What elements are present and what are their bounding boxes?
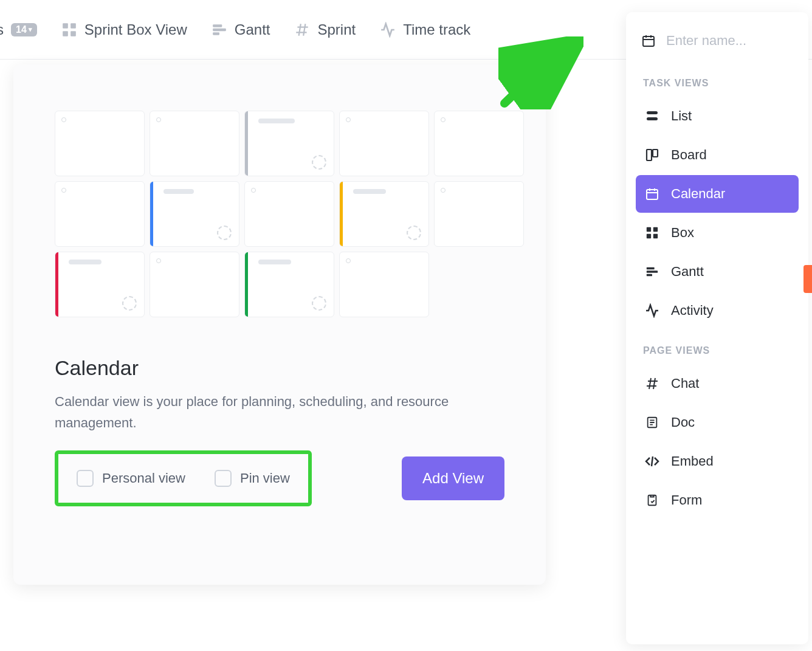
view-label: Box: [671, 225, 694, 241]
svg-rect-18: [647, 270, 658, 273]
modal-title: Calendar: [55, 356, 504, 380]
preview-cell: [339, 181, 429, 247]
activity-icon: [380, 22, 396, 38]
preview-cell: [434, 111, 524, 176]
hash-icon: [644, 376, 660, 391]
tab-cutoff[interactable]: s 14: [0, 21, 37, 38]
tab-time-tracking[interactable]: Time track: [380, 21, 470, 38]
svg-rect-17: [647, 267, 655, 270]
calendar-icon: [644, 186, 660, 202]
svg-rect-8: [647, 111, 658, 114]
calendar-preview-grid: [55, 111, 504, 317]
add-view-modal: Calendar Calendar view is your place for…: [13, 64, 546, 585]
view-option-doc[interactable]: Doc: [636, 404, 799, 441]
view-label: Embed: [671, 453, 714, 469]
preview-cell: [244, 181, 334, 247]
checkbox-icon[interactable]: [77, 470, 94, 487]
svg-rect-7: [643, 36, 654, 46]
doc-icon: [644, 415, 660, 430]
view-label: Activity: [671, 303, 714, 319]
page-views-label: PAGE VIEWS: [636, 331, 799, 363]
gantt-icon: [644, 264, 660, 280]
modal-footer: Personal view Pin view Add View: [55, 450, 504, 506]
modal-description: Calendar view is your place for planning…: [55, 391, 468, 433]
add-view-button[interactable]: Add View: [402, 456, 504, 500]
tab-sprint-box-view[interactable]: Sprint Box View: [61, 21, 187, 38]
board-icon: [644, 147, 660, 163]
tab-label: Sprint Box View: [84, 21, 187, 38]
view-name-row: [636, 29, 799, 63]
tab-cutoff-label: s: [0, 21, 4, 38]
form-icon: [644, 492, 660, 508]
svg-rect-5: [213, 28, 226, 30]
preview-cell: [55, 111, 145, 176]
tab-gantt[interactable]: Gantt: [212, 21, 270, 38]
orange-edge-sliver: [803, 265, 812, 293]
svg-rect-6: [213, 32, 219, 35]
svg-rect-16: [653, 234, 658, 238]
svg-rect-1: [71, 23, 76, 29]
tab-sprint[interactable]: Sprint: [294, 21, 356, 38]
box-grid-icon: [61, 22, 77, 38]
svg-rect-12: [647, 190, 658, 199]
personal-view-label: Personal view: [102, 470, 185, 486]
view-label: Board: [671, 147, 707, 163]
tab-label: Gantt: [235, 21, 270, 38]
preview-cell: [55, 181, 145, 247]
svg-rect-3: [71, 31, 76, 36]
activity-icon: [644, 303, 660, 319]
view-label: Calendar: [671, 186, 725, 202]
list-icon: [644, 108, 660, 124]
svg-rect-10: [647, 150, 652, 160]
svg-rect-11: [653, 150, 658, 157]
view-option-list[interactable]: List: [636, 97, 799, 135]
task-views-label: TASK VIEWS: [636, 63, 799, 96]
view-option-activity[interactable]: Activity: [636, 292, 799, 329]
view-option-form[interactable]: Form: [636, 481, 799, 519]
tab-label: Time track: [403, 21, 470, 38]
pin-view-label: Pin view: [240, 470, 290, 486]
preview-cell: [150, 252, 239, 317]
view-option-board[interactable]: Board: [636, 136, 799, 174]
view-name-input[interactable]: [666, 33, 776, 49]
svg-rect-0: [63, 23, 68, 29]
svg-rect-19: [647, 274, 652, 277]
preview-cell: [150, 181, 239, 247]
preview-cell: [55, 252, 145, 317]
box-grid-icon: [644, 225, 660, 241]
preview-cell: [244, 111, 334, 176]
embed-icon: [644, 453, 660, 469]
checkbox-icon[interactable]: [215, 470, 232, 487]
calendar-icon: [641, 33, 656, 49]
preview-cell: [150, 111, 239, 176]
personal-view-option[interactable]: Personal view: [77, 470, 185, 487]
preview-cell: [339, 252, 429, 317]
views-panel: TASK VIEWS List Board Calendar Box Gantt: [626, 12, 808, 644]
svg-rect-9: [647, 117, 658, 120]
hash-icon: [294, 22, 310, 38]
view-option-chat[interactable]: Chat: [636, 365, 799, 402]
tab-badge[interactable]: 14: [11, 23, 37, 36]
view-label: List: [671, 108, 692, 124]
svg-rect-13: [647, 227, 651, 232]
view-option-box[interactable]: Box: [636, 214, 799, 252]
svg-rect-2: [63, 31, 68, 36]
preview-cell: [244, 252, 334, 317]
svg-rect-15: [647, 234, 651, 238]
tab-label: Sprint: [317, 21, 356, 38]
view-label: Doc: [671, 415, 695, 430]
preview-cell: [434, 181, 524, 247]
view-option-gantt[interactable]: Gantt: [636, 253, 799, 291]
pin-view-option[interactable]: Pin view: [215, 470, 290, 487]
gantt-icon: [212, 22, 227, 38]
view-option-calendar[interactable]: Calendar: [636, 175, 799, 213]
view-option-embed[interactable]: Embed: [636, 443, 799, 480]
view-label: Gantt: [671, 264, 704, 280]
view-label: Form: [671, 492, 702, 508]
view-label: Chat: [671, 376, 699, 391]
options-highlight: Personal view Pin view: [55, 450, 312, 506]
svg-rect-4: [213, 24, 222, 27]
svg-rect-14: [653, 227, 658, 232]
preview-cell: [339, 111, 429, 176]
